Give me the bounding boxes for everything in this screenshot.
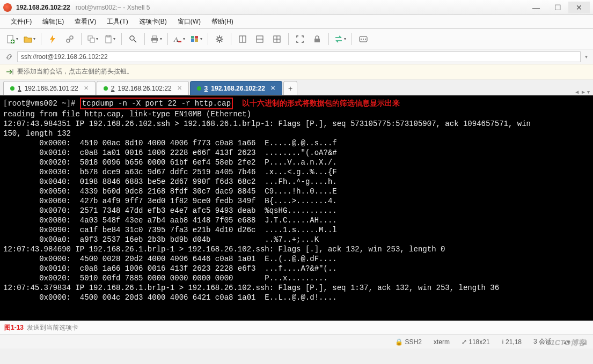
- new-session-button[interactable]: [4, 32, 20, 47]
- svg-point-8: [130, 36, 134, 40]
- terminal-output[interactable]: [root@vms002 ~]# tcpdump -n -X port 22 -…: [0, 95, 593, 321]
- copy-icon: [87, 35, 95, 43]
- svg-rect-12: [152, 40, 157, 42]
- toolbar-separator: [231, 33, 231, 45]
- tab-close-icon[interactable]: ✕: [177, 85, 182, 92]
- svg-line-9: [134, 40, 136, 42]
- transfer-button[interactable]: [332, 32, 348, 47]
- dropdown-icon[interactable]: ▾: [585, 54, 588, 60]
- lock-icon: [314, 35, 320, 43]
- reconnect-button[interactable]: [45, 32, 61, 47]
- minimize-button[interactable]: —: [525, 2, 547, 13]
- toolbar-separator: [352, 33, 352, 45]
- tile-icon: [239, 35, 246, 43]
- arrow-add-icon[interactable]: [5, 68, 14, 76]
- menu-window[interactable]: 窗口(W): [173, 16, 205, 27]
- compose-button[interactable]: [355, 32, 371, 47]
- copy-button[interactable]: [85, 32, 101, 47]
- gear-icon: [215, 35, 224, 43]
- tab-1[interactable]: 1 192.168.26.101:22 ✕: [3, 81, 96, 95]
- app-icon: [3, 3, 12, 12]
- folder-icon: [24, 35, 32, 43]
- menu-view[interactable]: 查看(V): [70, 16, 100, 27]
- horiz-icon: [256, 35, 263, 43]
- info-bar: 要添加当前会话，点击左侧的箭头按钮。: [0, 64, 593, 79]
- tab-close-icon[interactable]: ✕: [84, 85, 89, 92]
- tab-label: 192.168.26.102:22: [211, 85, 265, 92]
- menu-tools[interactable]: 工具(T): [103, 16, 132, 27]
- status-bar: 🔒 SSH2 xterm ⤢ 118x21 ⁞ 21,18 3 会话 ▴▾ ◢: [0, 335, 593, 348]
- tab-close-icon[interactable]: ✕: [270, 85, 275, 92]
- tab-label: 192.168.26.101:22: [25, 85, 78, 92]
- highlighted-command: tcpdump -n -X port 22 -r http.cap: [80, 98, 233, 109]
- lock-button[interactable]: [309, 32, 325, 47]
- toolbar-separator: [288, 33, 289, 45]
- tab-add-button[interactable]: +: [283, 81, 297, 95]
- tab-3[interactable]: 3 192.168.26.102:22 ✕: [190, 81, 282, 95]
- status-term: xterm: [434, 338, 450, 346]
- print-button[interactable]: [148, 32, 164, 47]
- search-button[interactable]: [125, 32, 141, 47]
- command-annotation: 以十六进制的形式将数据包的筛选信息显示出来: [242, 99, 400, 108]
- terminal-prompt: [root@vms002 ~]#: [3, 99, 80, 108]
- document-plus-icon: [6, 35, 15, 43]
- font-button[interactable]: A: [171, 32, 187, 47]
- tab-bar: 1 192.168.26.101:22 ✕ 2 192.168.26.102:2…: [0, 79, 593, 95]
- lightning-icon: [49, 35, 56, 43]
- layout-tile-button[interactable]: [235, 32, 251, 47]
- svg-rect-7: [107, 35, 110, 37]
- menu-help[interactable]: 帮助(H): [207, 16, 238, 27]
- link-icon: [5, 53, 13, 61]
- input-hint-row: 图1-13 发送到当前选项卡: [0, 321, 593, 335]
- svg-point-30: [363, 39, 364, 40]
- paste-button[interactable]: [102, 32, 118, 47]
- address-input[interactable]: ssh://root@192.168.26.102:22: [17, 51, 581, 62]
- status-size: ⤢ 118x21: [462, 338, 490, 346]
- menu-edit[interactable]: 编辑(E): [38, 16, 68, 27]
- menu-file[interactable]: 文件(F): [6, 16, 36, 27]
- status-updown-icon[interactable]: ▴▾: [563, 338, 570, 346]
- status-dot-icon: [104, 86, 108, 91]
- tab-number: 1: [18, 85, 21, 92]
- transfer-icon: [334, 35, 343, 43]
- figure-label: 图1-13: [4, 323, 24, 332]
- toolbar: A: [0, 29, 593, 49]
- layout-grid-button[interactable]: [269, 32, 285, 47]
- address-bar: ssh://root@192.168.26.102:22 ▾: [0, 49, 593, 64]
- fullscreen-icon: [296, 35, 304, 43]
- toolbar-separator: [41, 33, 41, 45]
- tab-scroll-right-icon[interactable]: ►: [581, 89, 586, 95]
- disconnect-button[interactable]: [62, 32, 78, 47]
- toolbar-separator: [328, 33, 329, 45]
- tab-menu-icon[interactable]: ▾: [587, 89, 590, 95]
- unlink-icon: [65, 35, 74, 43]
- tab-number: 3: [204, 85, 208, 92]
- svg-rect-5: [90, 38, 94, 42]
- menu-tabs[interactable]: 选项卡(B): [135, 16, 171, 27]
- svg-rect-14: [178, 41, 181, 42]
- window-title-ip: 192.168.26.102:22: [16, 4, 70, 11]
- input-hint: 发送到当前选项卡: [27, 323, 78, 332]
- toolbar-separator: [144, 33, 145, 45]
- svg-point-29: [361, 39, 362, 40]
- info-text: 要添加当前会话，点击左侧的箭头按钮。: [17, 67, 133, 76]
- toolbar-separator: [81, 33, 82, 45]
- color-scheme-button[interactable]: [188, 32, 204, 47]
- tab-scroll-left-icon[interactable]: ◄: [574, 89, 580, 95]
- svg-point-3: [70, 36, 73, 39]
- status-sessions: 3 会话: [533, 337, 552, 346]
- properties-button[interactable]: [211, 32, 228, 47]
- window-title-sub: root@vms002:~ - Xshell 5: [76, 4, 150, 11]
- layout-horiz-button[interactable]: [252, 32, 268, 47]
- fullscreen-button[interactable]: [292, 32, 308, 47]
- status-resize-grip-icon[interactable]: ◢: [582, 338, 587, 346]
- close-button[interactable]: ✕: [568, 2, 590, 13]
- clipboard-icon: [105, 35, 112, 43]
- tab-2[interactable]: 2 192.168.26.102:22 ✕: [97, 81, 189, 95]
- terminal-lines: reading from file http.cap, link-type EN…: [3, 110, 531, 302]
- svg-rect-11: [152, 36, 157, 38]
- open-session-button[interactable]: [21, 32, 38, 47]
- font-icon: A: [173, 35, 182, 43]
- maximize-button[interactable]: ☐: [547, 2, 568, 13]
- svg-rect-15: [191, 36, 194, 39]
